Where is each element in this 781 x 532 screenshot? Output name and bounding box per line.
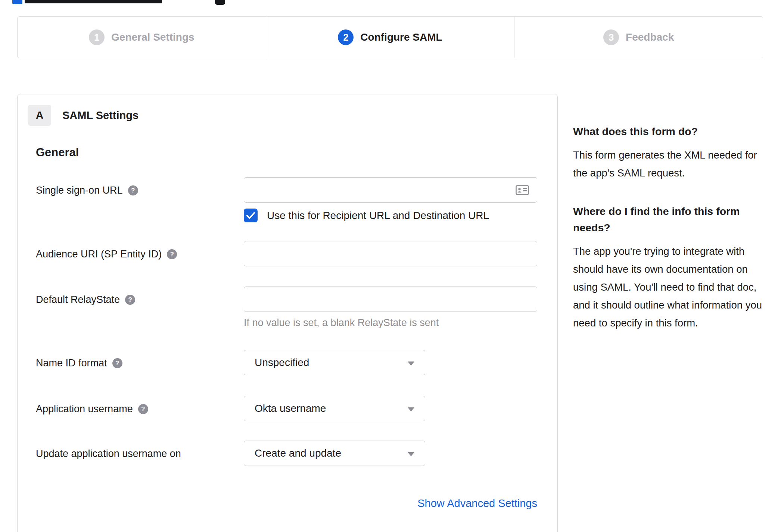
name-id-format-value: Unspecified — [255, 357, 309, 369]
update-username-select[interactable]: Create and update — [244, 441, 425, 466]
app-username-input-col: Okta username — [244, 396, 537, 421]
help-section-where: Where do I find the info this form needs… — [573, 203, 765, 332]
step-1-number: 1 — [89, 29, 105, 45]
step-configure-saml[interactable]: 2 Configure SAML — [266, 17, 515, 58]
help-icon[interactable]: ? — [167, 249, 177, 259]
step-1-label: General Settings — [111, 31, 195, 43]
app-username-label: Application username — [36, 403, 133, 415]
step-3-label: Feedback — [626, 31, 674, 43]
sso-url-label-col: Single sign-on URL ? — [36, 177, 244, 203]
show-advanced-settings-link[interactable]: Show Advanced Settings — [417, 497, 537, 509]
contact-card-icon — [516, 185, 529, 195]
name-id-format-label: Name ID format — [36, 357, 107, 369]
check-icon — [246, 212, 255, 219]
name-id-format-select[interactable]: Unspecified — [244, 350, 425, 375]
help-icon[interactable]: ? — [125, 295, 135, 305]
audience-uri-input[interactable] — [244, 241, 537, 266]
name-id-format-row: Name ID format ? Unspecified — [18, 350, 557, 375]
name-id-format-label-col: Name ID format ? — [36, 350, 244, 375]
step-2-number: 2 — [338, 29, 354, 45]
update-username-row: Update application username on Create an… — [18, 441, 557, 466]
audience-uri-input-col — [244, 241, 537, 266]
step-2-label: Configure SAML — [360, 31, 442, 43]
help-section-where-body: The app you're trying to integrate with … — [573, 242, 765, 332]
help-section-what: What does this form do? This form genera… — [573, 123, 765, 182]
step-feedback[interactable]: 3 Feedback — [514, 17, 763, 58]
recipient-url-checkbox-row: Use this for Recipient URL and Destinati… — [244, 209, 557, 222]
section-a-badge: A — [28, 105, 51, 126]
advanced-settings-link-row: Show Advanced Settings — [36, 497, 537, 510]
help-icon[interactable]: ? — [128, 185, 138, 195]
panel-header: A SAML Settings — [18, 94, 557, 126]
chevron-down-icon — [408, 362, 414, 366]
step-general-settings[interactable]: 1 General Settings — [18, 17, 266, 58]
help-section-what-title: What does this form do? — [573, 123, 765, 140]
update-username-label: Update application username on — [36, 447, 181, 460]
clipped-page-header — [0, 0, 781, 6]
recipient-url-checkbox[interactable] — [244, 209, 258, 222]
audience-uri-label: Audience URI (SP Entity ID) — [36, 248, 162, 260]
app-username-value: Okta username — [255, 403, 326, 414]
help-icon[interactable]: ? — [138, 404, 148, 414]
relay-state-label: Default RelayState — [36, 293, 120, 306]
panel-title: SAML Settings — [62, 109, 139, 122]
sso-url-row: Single sign-on URL ? — [18, 177, 557, 203]
clipped-title-fragment — [25, 0, 162, 3]
update-username-label-col: Update application username on — [36, 441, 244, 466]
recipient-url-checkbox-label: Use this for Recipient URL and Destinati… — [267, 209, 489, 222]
help-section-what-body: This form generates the XML needed for t… — [573, 146, 765, 182]
relay-state-hint: If no value is set, a blank RelayState i… — [244, 317, 557, 329]
sso-url-label: Single sign-on URL — [36, 184, 123, 197]
chevron-down-icon — [408, 452, 414, 456]
help-section-where-title: Where do I find the info this form needs… — [573, 203, 765, 236]
help-sidebar: What does this form do? This form genera… — [573, 123, 765, 332]
app-username-label-col: Application username ? — [36, 396, 244, 421]
sso-url-input-col — [244, 177, 537, 203]
update-username-value: Create and update — [255, 447, 341, 459]
audience-uri-row: Audience URI (SP Entity ID) ? — [18, 241, 557, 266]
relay-state-input[interactable] — [244, 287, 537, 312]
clipped-icon-fragment — [215, 0, 225, 5]
relay-state-input-col — [244, 287, 537, 312]
general-group-title: General — [36, 146, 557, 159]
wizard-stepper: 1 General Settings 2 Configure SAML 3 Fe… — [17, 16, 763, 58]
saml-settings-panel: A SAML Settings General Single sign-on U… — [17, 94, 558, 532]
relay-state-label-col: Default RelayState ? — [36, 287, 244, 312]
name-id-format-input-col: Unspecified — [244, 350, 537, 375]
sso-url-input[interactable] — [244, 177, 537, 203]
app-username-select[interactable]: Okta username — [244, 396, 425, 421]
help-icon[interactable]: ? — [112, 358, 122, 368]
audience-uri-label-col: Audience URI (SP Entity ID) ? — [36, 241, 244, 266]
clipped-logo-fragment — [12, 0, 22, 4]
update-username-input-col: Create and update — [244, 441, 537, 466]
relay-state-row: Default RelayState ? — [18, 287, 557, 312]
step-3-number: 3 — [603, 29, 619, 45]
chevron-down-icon — [408, 407, 414, 411]
app-username-row: Application username ? Okta username — [18, 396, 557, 421]
